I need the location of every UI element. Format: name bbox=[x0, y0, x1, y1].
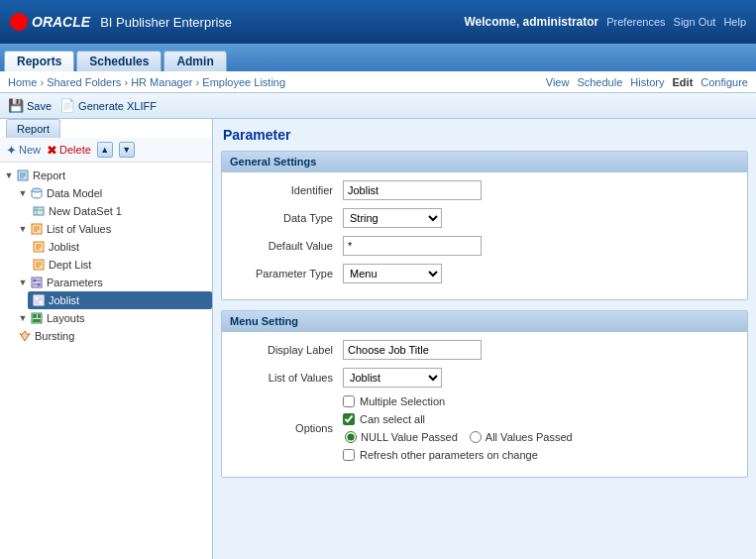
delete-button[interactable]: ✖ Delete bbox=[47, 143, 91, 158]
list-of-values-label: List of Values bbox=[234, 372, 343, 384]
breadcrumb-home[interactable]: Home bbox=[8, 76, 37, 88]
data-type-row: Data Type String Integer Float Boolean D… bbox=[234, 208, 735, 228]
tree-data-model[interactable]: ▼ Data Model bbox=[14, 184, 212, 202]
display-label-input[interactable] bbox=[343, 340, 482, 360]
parameter-type-select[interactable]: Menu Text Date Hidden bbox=[343, 264, 442, 283]
tree-parameters[interactable]: ▼ Parameters bbox=[14, 274, 212, 291]
options-container: Multiple Selection Can select all NULL V… bbox=[343, 395, 573, 461]
default-value-label: Default Value bbox=[234, 240, 343, 252]
display-label-label: Display Label bbox=[234, 344, 343, 356]
multiple-selection-label: Multiple Selection bbox=[360, 395, 445, 407]
new-button[interactable]: ✦ New bbox=[6, 143, 41, 158]
view-action[interactable]: View bbox=[546, 76, 570, 88]
svg-point-4 bbox=[32, 188, 42, 192]
svg-marker-32 bbox=[20, 331, 30, 341]
parameter-type-label: Parameter Type bbox=[234, 268, 343, 280]
tree-data-model-label: Data Model bbox=[47, 187, 102, 199]
tree-param-joblist[interactable]: Joblist bbox=[28, 291, 212, 309]
edit-action[interactable]: Edit bbox=[673, 76, 694, 88]
tree-dept-list-label: Dept List bbox=[49, 259, 91, 271]
tree-dept-list[interactable]: Dept List bbox=[28, 256, 212, 274]
tree-dataset[interactable]: New DataSet 1 bbox=[28, 202, 212, 220]
tree-report-label: Report bbox=[33, 169, 65, 181]
move-up-button[interactable]: ▲ bbox=[97, 142, 113, 158]
expand-report-icon: ▼ bbox=[4, 170, 14, 180]
null-value-radio[interactable] bbox=[345, 431, 357, 443]
tree-param-joblist-label: Joblist bbox=[49, 294, 79, 306]
history-action[interactable]: History bbox=[630, 76, 664, 88]
panel-title: Parameter bbox=[221, 127, 748, 143]
parameters-icon bbox=[30, 276, 44, 289]
breadcrumb-hr-manager[interactable]: HR Manager bbox=[131, 76, 192, 88]
data-type-select[interactable]: String Integer Float Boolean Date bbox=[343, 208, 442, 228]
identifier-label: Identifier bbox=[234, 184, 343, 196]
breadcrumb-shared-folders[interactable]: Shared Folders bbox=[47, 76, 121, 88]
tree: ▼ Report ▼ Data Model New DataSet 1 bbox=[0, 163, 212, 349]
oracle-text: ORACLE bbox=[32, 14, 90, 30]
menu-setting-header: Menu Setting bbox=[222, 311, 747, 332]
tree-report[interactable]: ▼ Report bbox=[0, 167, 212, 184]
param-item-icon bbox=[32, 293, 46, 307]
dept-list-icon bbox=[32, 258, 46, 272]
identifier-row: Identifier bbox=[234, 180, 735, 200]
list-of-values-row: List of Values Joblist Dept List bbox=[234, 368, 735, 388]
tree-lov-joblist[interactable]: Joblist bbox=[28, 238, 212, 256]
general-settings-section: General Settings Identifier Data Type St… bbox=[221, 151, 748, 300]
multiple-selection-row: Multiple Selection bbox=[343, 395, 573, 407]
nav-bar: Reports Schedules Admin bbox=[0, 44, 756, 71]
report-tab[interactable]: Report bbox=[6, 119, 60, 138]
welcome-text: Welcome, administrator bbox=[464, 15, 598, 29]
identifier-input[interactable] bbox=[343, 180, 482, 200]
expand-layouts-icon: ▼ bbox=[18, 313, 28, 323]
refresh-label: Refresh other parameters on change bbox=[360, 449, 538, 461]
schedules-tab[interactable]: Schedules bbox=[76, 51, 162, 71]
xliff-label: Generate XLIFF bbox=[78, 100, 157, 112]
expand-lov-icon: ▼ bbox=[18, 224, 28, 234]
main-area: Report ✦ New ✖ Delete ▲ ▼ ▼ Report bbox=[0, 119, 756, 559]
bi-publisher-text: BI Publisher Enterprise bbox=[100, 15, 232, 30]
generate-xliff-button[interactable]: 📄 Generate XLIFF bbox=[59, 98, 157, 113]
default-value-row: Default Value bbox=[234, 236, 735, 256]
admin-tab[interactable]: Admin bbox=[163, 51, 226, 71]
reports-tab[interactable]: Reports bbox=[4, 51, 74, 71]
header: ORACLE BI Publisher Enterprise Welcome, … bbox=[0, 0, 756, 44]
content-panel: Parameter General Settings Identifier Da… bbox=[213, 119, 756, 559]
can-select-all-checkbox[interactable] bbox=[343, 413, 355, 425]
sidebar: Report ✦ New ✖ Delete ▲ ▼ ▼ Report bbox=[0, 119, 213, 559]
tree-bursting[interactable]: Bursting bbox=[14, 327, 212, 345]
menu-setting-body: Display Label List of Values Joblist Dep… bbox=[222, 332, 747, 477]
general-settings-header: General Settings bbox=[222, 152, 747, 172]
help-link[interactable]: Help bbox=[723, 16, 746, 28]
tree-parameters-label: Parameters bbox=[47, 277, 103, 288]
svg-rect-30 bbox=[38, 314, 41, 318]
svg-rect-25 bbox=[34, 295, 44, 305]
radio-options-row: NULL Value Passed All Values Passed bbox=[345, 431, 573, 443]
list-of-values-select[interactable]: Joblist Dept List bbox=[343, 368, 442, 388]
default-value-input[interactable] bbox=[343, 236, 482, 256]
move-down-button[interactable]: ▼ bbox=[119, 142, 135, 158]
refresh-checkbox[interactable] bbox=[343, 449, 355, 461]
schedule-action[interactable]: Schedule bbox=[577, 76, 622, 88]
expand-parameters-icon: ▼ bbox=[18, 278, 28, 287]
breadcrumb: Home › Shared Folders › HR Manager › Emp… bbox=[8, 76, 285, 88]
svg-point-26 bbox=[36, 297, 39, 300]
delete-icon: ✖ bbox=[47, 143, 57, 158]
menu-setting-section: Menu Setting Display Label List of Value… bbox=[221, 310, 748, 478]
all-values-radio[interactable] bbox=[470, 431, 482, 443]
save-button[interactable]: 💾 Save bbox=[8, 98, 52, 113]
sidebar-toolbar: ✦ New ✖ Delete ▲ ▼ bbox=[0, 138, 212, 163]
breadcrumb-employee-listing[interactable]: Employee Listing bbox=[202, 76, 285, 88]
preferences-link[interactable]: Preferences bbox=[606, 16, 665, 28]
signout-link[interactable]: Sign Out bbox=[674, 16, 716, 28]
all-values-label: All Values Passed bbox=[486, 431, 573, 443]
multiple-selection-checkbox[interactable] bbox=[343, 395, 355, 407]
tree-layouts-label: Layouts bbox=[47, 312, 85, 324]
tree-lov[interactable]: ▼ List of Values bbox=[14, 220, 212, 238]
tree-layouts[interactable]: ▼ Layouts bbox=[14, 309, 212, 327]
configure-action[interactable]: Configure bbox=[701, 76, 748, 88]
svg-rect-20 bbox=[32, 278, 42, 287]
general-settings-body: Identifier Data Type String Integer Floa… bbox=[222, 172, 747, 299]
data-model-icon bbox=[30, 186, 44, 200]
oracle-icon bbox=[10, 13, 28, 31]
svg-rect-29 bbox=[33, 314, 37, 318]
